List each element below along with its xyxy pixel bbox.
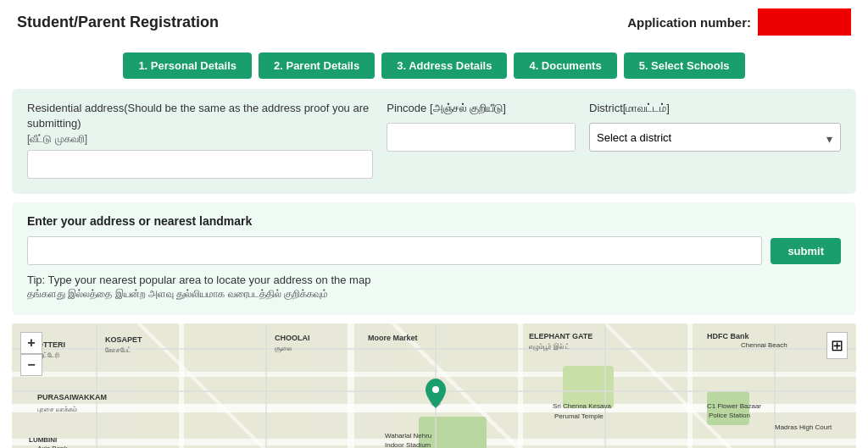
pincode-col: Pincode [அஞ்சல் குறியீடு] (387, 101, 576, 152)
svg-text:Waharlal Nehru: Waharlal Nehru (385, 432, 431, 440)
map-layers-button[interactable]: ⊞ (826, 332, 848, 359)
step-4-button[interactable]: 4. Documents (514, 53, 616, 79)
svg-point-57 (432, 386, 439, 393)
residential-input[interactable] (27, 150, 373, 179)
district-label: District[மாவட்டம்] (589, 101, 841, 116)
svg-text:புரசை வாக்கம்: புரசை வாக்கம் (37, 406, 77, 413)
svg-text:Sri Chenna Kesava: Sri Chenna Kesava (553, 402, 611, 410)
svg-text:ELEPHANT GATE: ELEPHANT GATE (529, 332, 593, 340)
svg-text:KOSAPET: KOSAPET (105, 335, 142, 344)
svg-text:Chennai Beach: Chennai Beach (741, 341, 787, 349)
svg-text:LUMBINI: LUMBINI (29, 436, 57, 444)
svg-text:Moore Market: Moore Market (368, 334, 418, 342)
residential-col: Residential address(Should be the same a… (27, 101, 373, 179)
map-container: OTTERI அட்டேரி KOSAPET கோசபேட் CHOOLAI ச… (12, 324, 856, 448)
app-number-label: Application number: (627, 15, 751, 30)
landmark-input[interactable] (27, 236, 762, 265)
app-number-area: Application number: (627, 8, 851, 36)
step-1-button[interactable]: 1. Personal Details (123, 53, 252, 79)
page-title: Student/Parent Registration (17, 14, 219, 31)
svg-text:Police Station: Police Station (709, 412, 750, 419)
residential-sub: [வீட்டு முகவரி] (27, 133, 373, 145)
pincode-label: Pincode [அஞ்சல் குறியீடு] (387, 101, 576, 116)
svg-text:Indoor Stadium: Indoor Stadium (385, 441, 431, 448)
svg-text:PURASAIWAKKAM: PURASAIWAKKAM (37, 393, 107, 401)
svg-text:CHOOLAI: CHOOLAI (275, 334, 310, 342)
step-2-button[interactable]: 2. Parent Details (259, 53, 375, 79)
district-select-wrapper: Select a district (589, 118, 841, 152)
step-5-button[interactable]: 5. Select Schools (624, 53, 745, 79)
address-row: Residential address(Should be the same a… (27, 101, 841, 179)
svg-text:எழும்பூர் இல் ட்: எழும்பூர் இல் ட் (529, 343, 570, 351)
pincode-input[interactable] (387, 123, 576, 152)
residential-label: Residential address(Should be the same a… (27, 101, 373, 131)
app-number-value (758, 8, 851, 36)
zoom-out-button[interactable]: − (20, 354, 42, 376)
landmark-input-row: submit (27, 236, 841, 265)
svg-text:C1 Flower Bazaar: C1 Flower Bazaar (707, 402, 761, 410)
step-3-button[interactable]: 3. Address Details (381, 53, 507, 79)
svg-text:Madras High Court: Madras High Court (775, 423, 832, 431)
svg-text:HDFC Bank: HDFC Bank (707, 332, 749, 340)
svg-text:Perumal Temple: Perumal Temple (554, 412, 604, 420)
map-svg: OTTERI அட்டேரி KOSAPET கோசபேட் CHOOLAI ச… (12, 324, 856, 448)
tip-text-tamil: தங்களது இல்லத்தை இயன்ற அளவு துல்லியமாக வ… (27, 288, 841, 300)
header: Student/Parent Registration Application … (0, 0, 868, 44)
svg-text:கோசபேட்: கோசபேட் (105, 346, 131, 354)
svg-text:சூலை: சூலை (275, 345, 292, 353)
district-col: District[மாவட்டம்] Select a district (589, 101, 841, 152)
steps-bar: 1. Personal Details 2. Parent Details 3.… (0, 44, 868, 89)
map-zoom-controls: + − (20, 332, 42, 376)
submit-button[interactable]: submit (771, 238, 841, 264)
zoom-in-button[interactable]: + (20, 332, 42, 354)
address-section: Residential address(Should be the same a… (12, 89, 856, 194)
district-select[interactable]: Select a district (589, 123, 841, 152)
tip-text: Tip: Type your nearest popular area to l… (27, 274, 841, 286)
landmark-section: Enter your address or nearest landmark s… (12, 202, 856, 315)
landmark-label: Enter your address or nearest landmark (27, 214, 841, 228)
